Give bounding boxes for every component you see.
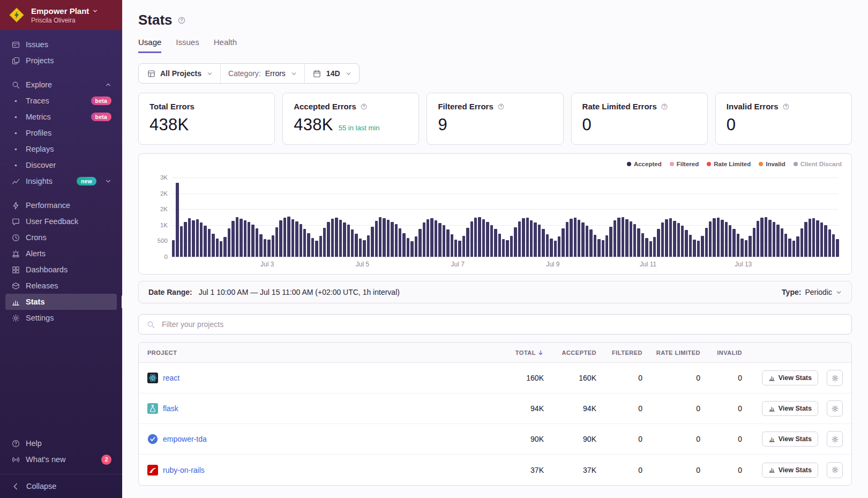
sidebar-item-dashboards[interactable]: Dashboards xyxy=(5,262,117,278)
beta-badge: beta xyxy=(91,113,111,121)
chevron-down-icon xyxy=(346,71,351,77)
chart-bar xyxy=(784,234,787,257)
project-settings-button[interactable] xyxy=(827,400,843,417)
sidebar-item-whats-new[interactable]: What's new 2 xyxy=(5,451,117,467)
tab-health[interactable]: Health xyxy=(214,38,237,53)
sidebar-item-stats[interactable]: Stats xyxy=(5,294,117,310)
tab-issues[interactable]: Issues xyxy=(176,38,199,53)
sidebar-item-profiles[interactable]: Profiles xyxy=(5,125,117,141)
sidebar-item-user-feedback[interactable]: User Feedback xyxy=(5,213,117,229)
col-total-label: TOTAL xyxy=(515,350,536,356)
chart-bar xyxy=(514,227,517,257)
sidebar-item-metrics[interactable]: Metricsbeta xyxy=(5,109,117,125)
sidebar-item-releases[interactable]: Releases xyxy=(5,278,117,294)
tab-usage[interactable]: Usage xyxy=(138,38,161,53)
sidebar-collapse-button[interactable]: Collapse xyxy=(0,474,122,498)
dot-icon xyxy=(11,144,20,154)
sidebar-item-projects[interactable]: Projects xyxy=(5,53,117,69)
col-invalid[interactable]: INVALID xyxy=(700,350,742,356)
org-user: Priscila Oliveira xyxy=(31,17,98,24)
card-title: Accepted Errors xyxy=(294,102,356,111)
card-help-icon[interactable] xyxy=(782,103,790,110)
chart-bar xyxy=(641,233,644,257)
col-rate-limited[interactable]: RATE LIMITED xyxy=(642,350,700,356)
project-link[interactable]: empower-tda xyxy=(163,435,207,443)
sidebar-item-performance[interactable]: Performance xyxy=(5,197,117,213)
y-axis-tick: 500 xyxy=(147,237,168,244)
sidebar-item-insights[interactable]: Insightsnew xyxy=(5,173,117,189)
sidebar-item-label: Replays xyxy=(26,145,54,153)
chart-bars xyxy=(172,177,839,257)
legend-dot-icon xyxy=(627,162,631,166)
view-stats-button[interactable]: View Stats xyxy=(762,463,818,478)
project-link[interactable]: flask xyxy=(163,404,178,413)
bar-chart-icon xyxy=(768,405,775,412)
date-range-value-text: Jul 1 10:00 AM — Jul 15 11:00 AM (+02:00… xyxy=(199,288,400,296)
view-stats-button[interactable]: View Stats xyxy=(762,432,818,447)
card-subtext: 55 in last min xyxy=(339,124,380,132)
project-settings-button[interactable] xyxy=(827,431,843,447)
chart-bar xyxy=(637,228,640,257)
chart-bar xyxy=(594,235,596,257)
category-filter-dropdown[interactable]: Category: Errors xyxy=(221,64,305,83)
sidebar-item-crons[interactable]: Crons xyxy=(5,229,117,246)
date-range-dropdown[interactable]: 14D xyxy=(305,64,359,83)
project-filter-dropdown[interactable]: All Projects xyxy=(139,64,221,83)
chart-bar xyxy=(462,236,465,257)
page-help-icon[interactable] xyxy=(177,16,186,25)
chart-bar xyxy=(530,220,533,257)
card-help-icon[interactable] xyxy=(360,103,368,110)
chevron-down-icon xyxy=(291,71,297,77)
stat-card-rate-limited-errors: Rate Limited Errors0 xyxy=(571,93,708,145)
view-stats-button[interactable]: View Stats xyxy=(762,370,818,385)
chart-bar xyxy=(597,239,600,257)
sidebar-item-help[interactable]: Help xyxy=(5,435,117,451)
col-total[interactable]: TOTAL xyxy=(495,350,544,356)
col-accepted[interactable]: ACCEPTED xyxy=(544,350,596,356)
legend-rate-limited[interactable]: Rate Limited xyxy=(707,161,751,167)
legend-label: Invalid xyxy=(766,161,785,167)
view-stats-button[interactable]: View Stats xyxy=(762,401,818,416)
sidebar-item-traces[interactable]: Tracesbeta xyxy=(5,93,117,109)
insights-icon xyxy=(11,176,20,186)
sidebar-item-discover[interactable]: Discover xyxy=(5,157,117,173)
sidebar-item-explore[interactable]: Explore xyxy=(5,77,117,93)
legend-filtered[interactable]: Filtered xyxy=(670,161,699,167)
sidebar-item-alerts[interactable]: Alerts xyxy=(5,246,117,262)
org-switcher[interactable]: Empower Plant Priscila Oliveira xyxy=(0,0,122,30)
col-project[interactable]: PROJECT xyxy=(147,350,495,356)
legend-label: Rate Limited xyxy=(714,161,751,167)
col-filtered[interactable]: FILTERED xyxy=(596,350,642,356)
chart-bar xyxy=(300,224,302,257)
sidebar-item-replays[interactable]: Replays xyxy=(5,141,117,157)
project-link[interactable]: react xyxy=(163,374,179,382)
chart-bar xyxy=(482,219,485,257)
card-help-icon[interactable] xyxy=(661,103,668,110)
project-settings-button[interactable] xyxy=(827,462,843,478)
stat-card-filtered-errors: Filtered Errors9 xyxy=(426,93,563,145)
chart-bar xyxy=(721,220,723,257)
sidebar-item-issues[interactable]: Issues xyxy=(5,36,117,53)
chart-bar xyxy=(661,222,664,257)
card-title: Filtered Errors xyxy=(438,102,493,111)
date-range-bar: Date Range: Jul 1 10:00 AM — Jul 15 11:0… xyxy=(138,281,852,303)
chart-bar xyxy=(828,229,831,257)
chart-type-dropdown[interactable]: Type: Periodic xyxy=(782,288,842,296)
chart-bar xyxy=(689,235,692,257)
project-search-input[interactable] xyxy=(161,319,844,329)
chart-bar xyxy=(804,222,807,257)
project-settings-button[interactable] xyxy=(827,370,843,386)
chart-bar xyxy=(581,222,584,257)
chart-bar xyxy=(602,240,604,257)
chart-bar xyxy=(339,220,342,257)
legend-client-discard[interactable]: Client Discard xyxy=(794,161,842,167)
card-help-icon[interactable] xyxy=(497,103,505,110)
chart-bar xyxy=(180,226,183,257)
chart-bar xyxy=(562,228,564,257)
performance-icon xyxy=(11,200,20,210)
project-link[interactable]: ruby-on-rails xyxy=(163,466,205,474)
sidebar-item-settings[interactable]: Settings xyxy=(5,310,117,326)
legend-invalid[interactable]: Invalid xyxy=(759,161,785,167)
legend-accepted[interactable]: Accepted xyxy=(627,161,662,167)
chart-bar xyxy=(367,235,370,257)
